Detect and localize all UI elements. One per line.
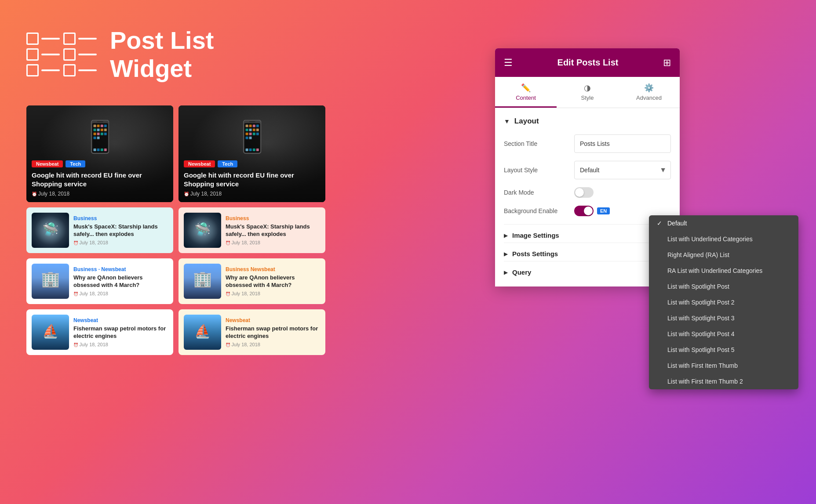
dropdown-item-first-thumb-2[interactable]: List with First Item Thumb 2 [649,373,798,389]
en-badge: EN [597,207,610,214]
dropdown-item-label: List with Spotlight Post 5 [667,346,735,353]
dropdown-item-label: List with Spotlight Post [667,283,729,290]
posts-settings-section: ▶ Posts Settings [504,243,671,259]
post-cat-3: Business [73,215,168,221]
dropdown-item-underlined-cats[interactable]: List with Underlined Categories [649,231,798,247]
hamburger-icon[interactable]: ☰ [504,57,513,69]
post-date-1: July 18, 2018 [32,191,168,197]
dropdown-item-label: List with Spotlight Post 2 [667,299,735,306]
post-cat-5: Business · Newsbeat [73,266,168,272]
dropdown-item-label: List with Spotlight Post 4 [667,330,735,337]
dropdown-item-spotlight-1[interactable]: List with Spotlight Post [649,279,798,294]
post-card-small-8[interactable]: Newsbeat Fisherman swap petrol motors fo… [178,309,325,355]
icon-square-6 [63,64,76,76]
dropdown-item-label: RA List with Underlined Categories [667,267,762,274]
tab-advanced[interactable]: ⚙️ Advanced [618,77,680,108]
post-info-6: Business Newsbeat Why are QAnon believer… [221,264,320,299]
post-info-7: Newsbeat Fisherman swap petrol motors fo… [69,315,168,350]
edit-panel: ☰ Edit Posts List ⊞ ✏️ Content ◑ Style ⚙… [495,48,680,286]
dropdown-item-default[interactable]: ✓ Default [649,215,798,231]
dropdown-item-ra-underlined[interactable]: RA List with Underlined Categories [649,263,798,279]
dropdown-item-spotlight-2[interactable]: List with Spotlight Post 2 [649,294,798,310]
tab-content[interactable]: ✏️ Content [495,77,557,108]
post-thumb-6 [184,264,221,299]
toggle-knob [575,188,584,197]
section-title-label: Section Title [504,140,574,147]
post-thumb-5 [32,264,69,299]
post-card-small-6[interactable]: Business Newsbeat Why are QAnon believer… [178,258,325,304]
grid-icon[interactable]: ⊞ [663,57,671,69]
post-card-big-1[interactable]: Newsbeat Tech Google hit with record EU … [26,105,173,202]
hero-title: Post List Widget [110,26,214,83]
tab-content-label: Content [516,94,536,101]
post-badges-2: Newsbeat Tech [184,160,320,167]
post-title-8: Fisherman swap petrol motors for electri… [226,325,320,340]
badge-newsbeat-2[interactable]: Newsbeat [184,160,215,167]
layout-arrow-icon: ▼ [504,118,510,125]
post-badges-1: Newsbeat Tech [32,160,168,167]
post-date-3: July 18, 2018 [73,240,168,245]
hero-section: Post List Widget [26,26,214,83]
dropdown-item-spotlight-4[interactable]: List with Spotlight Post 4 [649,326,798,342]
icon-line-3 [41,54,60,55]
badge-tech-1[interactable]: Tech [66,160,85,167]
post-title-5: Why are QAnon believers obsessed with 4 … [73,274,168,289]
panel-header: ☰ Edit Posts List ⊞ [495,48,680,77]
dropdown-item-ra-list[interactable]: Right Aligned (RA) List [649,247,798,263]
post-card-small-3[interactable]: Business Musk's SpaceX: Starship lands s… [26,207,173,253]
post-title-6: Why are QAnon believers obsessed with 4 … [226,274,320,289]
post-cat-4: Business [226,215,320,221]
posts-settings-title: Posts Settings [512,250,558,257]
post-thumb-8 [184,315,221,350]
toggle-knob-2 [584,207,593,215]
dropdown-item-spotlight-3[interactable]: List with Spotlight Post 3 [649,310,798,326]
icon-line-4 [78,54,97,55]
post-info-8: Newsbeat Fisherman swap petrol motors fo… [221,315,320,350]
tab-style[interactable]: ◑ Style [557,77,618,108]
layout-style-select-wrap: Default List with Underlined Categories … [574,161,671,179]
layout-style-label: Layout Style [504,167,574,174]
hero-logo-icon [26,33,97,76]
post-title-4: Musk's SpaceX: Starship lands safely... … [226,223,320,238]
post-thumb-7 [32,315,69,350]
post-info-5: Business · Newsbeat Why are QAnon believ… [69,264,168,299]
icon-line-6 [78,69,97,71]
post-info-3: Business Musk's SpaceX: Starship lands s… [69,213,168,248]
post-date-2: July 18, 2018 [184,191,320,197]
layout-style-row: Layout Style Default List with Underline… [504,161,671,179]
image-settings-header[interactable]: ▶ Image Settings [504,232,671,241]
posts-settings-header[interactable]: ▶ Posts Settings [504,250,671,259]
dropdown-item-label: List with First Item Thumb 2 [667,378,743,385]
post-info-4: Business Musk's SpaceX: Starship lands s… [221,213,320,248]
icon-square-4 [63,48,76,61]
post-cat-6: Business Newsbeat [226,266,320,272]
dropdown-item-spotlight-5[interactable]: List with Spotlight Post 5 [649,342,798,358]
icon-line-5 [41,69,60,71]
layout-section-header[interactable]: ▼ Layout [504,117,671,126]
dropdown-item-label: List with Spotlight Post 3 [667,315,735,322]
style-icon: ◑ [584,83,591,93]
background-enable-toggle[interactable] [574,206,594,216]
dropdown-item-label: List with First Item Thumb [667,362,738,369]
dark-mode-toggle[interactable] [574,187,594,198]
query-header[interactable]: ▶ Query [504,268,671,278]
post-title-1: Google hit with record EU fine over Shop… [32,171,168,188]
post-card-big-2[interactable]: Newsbeat Tech Google hit with record EU … [178,105,325,202]
badge-tech-2[interactable]: Tech [218,160,237,167]
advanced-icon: ⚙️ [644,83,654,93]
section-title-input[interactable] [574,134,671,153]
query-section: ▶ Query [504,261,671,278]
layout-style-dropdown: ✓ Default List with Underlined Categorie… [649,215,798,389]
post-card-small-5[interactable]: Business · Newsbeat Why are QAnon believ… [26,258,173,304]
badge-newsbeat-1[interactable]: Newsbeat [32,160,63,167]
post-card-small-7[interactable]: Newsbeat Fisherman swap petrol motors fo… [26,309,173,355]
image-settings-section: ▶ Image Settings [504,224,671,241]
dropdown-item-first-thumb[interactable]: List with First Item Thumb [649,358,798,373]
post-date-4: July 18, 2018 [226,240,320,245]
icon-square-5 [26,64,39,76]
background-enable-label: Background Enable [504,207,574,214]
layout-style-select[interactable]: Default List with Underlined Categories … [574,161,671,179]
post-card-small-4[interactable]: Business Musk's SpaceX: Starship lands s… [178,207,325,253]
post-thumb-3 [32,213,69,248]
post-card-content-2: Newsbeat Tech Google hit with record EU … [178,155,325,202]
